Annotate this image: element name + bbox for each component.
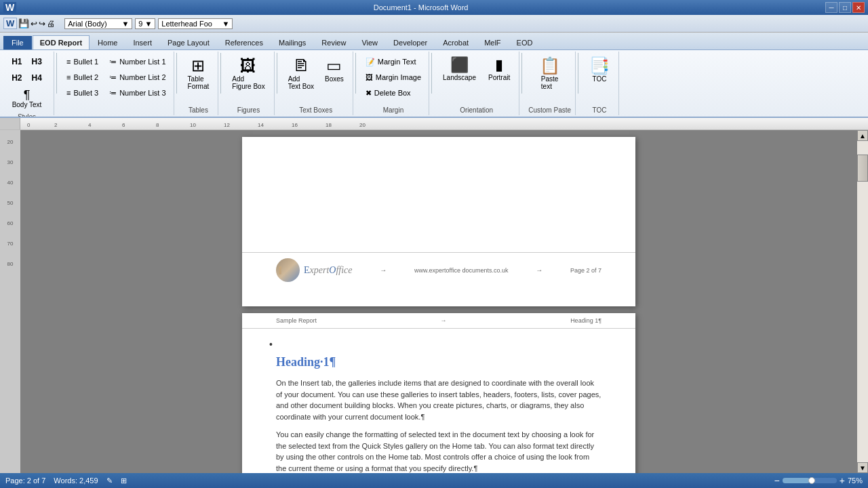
bullet-2-label: Bullet 2 [73,73,98,81]
svg-text:10: 10 [190,122,196,128]
tab-eod-report[interactable]: EOD Report [33,35,90,49]
page-1-body [242,137,635,252]
print-icon[interactable]: 🖨 [47,19,55,28]
scroll-track[interactable] [857,141,868,462]
h1-style-button[interactable]: H1 [8,54,25,69]
paste-text-button[interactable]: 📋 Pastetext [535,54,565,92]
table-format-button[interactable]: ⊞ TableFormat [183,54,214,92]
tab-view[interactable]: View [354,35,385,49]
number-list-1-button[interactable]: ≔ Number List 1 [106,54,169,69]
font-family-selector[interactable]: Arial (Body) ▼ [64,18,132,29]
font-controls: Arial (Body) ▼ 9 ▼ Letterhead Foo ▼ [64,18,865,29]
save-icon[interactable]: 💾 [18,18,29,28]
tab-insert[interactable]: Insert [125,35,159,49]
margin-text-icon: 📝 [366,58,375,66]
tab-references[interactable]: References [218,35,271,49]
zoom-control[interactable]: − + 75% [774,475,863,486]
separator-3 [220,53,221,94]
redo-icon[interactable]: ↪ [39,19,45,28]
margin-image-icon: 🖼 [366,73,373,81]
right-scrollbar[interactable]: ▲ ▼ [857,130,868,473]
restore-button[interactable]: □ [839,2,851,13]
svg-rect-0 [20,118,868,129]
scroll-down-button[interactable]: ▼ [857,462,868,473]
zoom-handle[interactable] [808,477,815,484]
tab-developer[interactable]: Developer [386,35,435,49]
title-bar-left: W [3,2,16,13]
tab-page-layout[interactable]: Page Layout [160,35,217,49]
scroll-thumb[interactable] [857,155,868,182]
tab-file[interactable]: File [3,36,32,49]
ruler-area: 0 2 4 6 8 10 12 14 16 18 20 [0,118,868,130]
tab-melf[interactable]: MelF [477,35,508,49]
font-size-selector[interactable]: 9 ▼ [135,18,155,29]
portrait-button[interactable]: ▮ Portrait [484,54,515,83]
landscape-button[interactable]: ⬛ Landscape [438,54,481,83]
number-list-2-label: Number List 2 [119,73,165,81]
margin-text-button[interactable]: 📝 Margin Text [362,54,425,69]
undo-icon[interactable]: ↩ [31,19,37,28]
styles-group: H1 H3 H2 H4 ¶ Body Text Styles [0,52,54,115]
title-bar-controls[interactable]: ─ □ ✕ [825,2,865,13]
number-list-2-button[interactable]: ≔ Number List 2 [106,70,169,85]
tab-home[interactable]: Home [90,35,125,49]
style-selector[interactable]: Letterhead Foo ▼ [158,18,233,29]
tab-acrobat[interactable]: Acrobat [435,35,476,49]
toolbar-row: W 💾 ↩ ↪ 🖨 Arial (Body) ▼ 9 ▼ Letterhead … [0,15,868,33]
delete-box-button[interactable]: ✖ Delete Box [362,85,425,100]
bullet-3-button[interactable]: ≡ Bullet 3 [63,85,102,100]
body-text-button[interactable]: ¶ Body Text [10,87,44,110]
bullet-1-button[interactable]: ≡ Bullet 1 [63,54,102,69]
orientation-group-label: Orientation [460,105,493,114]
zoom-level: 75% [848,476,863,485]
number-list-3-button[interactable]: ≔ Number List 3 [106,85,169,100]
tab-review[interactable]: Review [314,35,353,49]
tab-mailings[interactable]: Mailings [271,35,313,49]
scroll-up-button[interactable]: ▲ [857,130,868,141]
separator-2 [176,53,177,94]
track-changes-icon[interactable]: ✎ [106,476,113,485]
word-icon: W [3,2,16,13]
add-text-box-button[interactable]: 🖹 AddText Box [283,54,319,92]
bullet-2-list-icon: ≡ [66,73,71,81]
ribbon-tabs: File EOD Report Home Insert Page Layout … [0,33,868,50]
add-text-box-label: AddText Box [288,75,314,90]
boxes-button[interactable]: ▭ Boxes [320,54,349,85]
minimize-button[interactable]: ─ [825,2,837,13]
close-button[interactable]: ✕ [852,2,865,13]
toc-button[interactable]: 📑 TOC [585,54,614,85]
separator-7 [521,53,522,94]
zoom-in-button[interactable]: + [840,475,845,486]
custom-paste-group: 📋 Pastetext Custom Paste [524,52,576,115]
svg-text:0: 0 [27,122,31,128]
zoom-slider[interactable] [783,478,837,483]
paste-text-icon: 📋 [540,56,560,75]
toc-label: TOC [593,75,607,83]
status-bar-right: − + 75% [774,475,863,486]
view-mode-icon[interactable]: ⊞ [121,476,127,485]
landscape-icon: ⬛ [450,56,469,74]
svg-text:30: 30 [7,159,13,165]
status-bar-left: Page: 2 of 7 Words: 2,459 ✎ ⊞ [5,476,127,485]
document-area[interactable]: ExpertOffice → www.expertoffice document… [20,130,857,473]
page-2-header-arrow: → [441,317,447,324]
toc-icon: 📑 [589,56,610,75]
number-list-3-label: Number List 3 [119,89,165,97]
portrait-label: Portrait [488,74,510,81]
body-paragraph-2: You can easily change the formatting of … [276,429,601,473]
heading-1: Heading·1¶ [276,355,601,369]
tab-eod[interactable]: EOD [509,35,540,49]
h2-style-button[interactable]: H2 [8,70,25,85]
h4-style-button[interactable]: H4 [28,70,45,85]
toc-group-label: TOC [593,105,607,114]
add-figure-box-icon: 🖼 [240,56,256,75]
h3-style-button[interactable]: H3 [28,54,45,69]
zoom-out-button[interactable]: − [774,475,780,486]
svg-text:8: 8 [156,122,159,128]
text-boxes-group-label: Text Boxes [299,105,332,114]
add-figure-box-button[interactable]: 🖼 AddFigure Box [227,54,269,92]
zoom-fill [783,478,810,483]
bullet-2-button[interactable]: ≡ Bullet 2 [63,70,102,85]
orientation-group: ⬛ Landscape ▮ Portrait Orientation [434,52,519,115]
margin-image-button[interactable]: 🖼 Margin Image [362,70,425,85]
